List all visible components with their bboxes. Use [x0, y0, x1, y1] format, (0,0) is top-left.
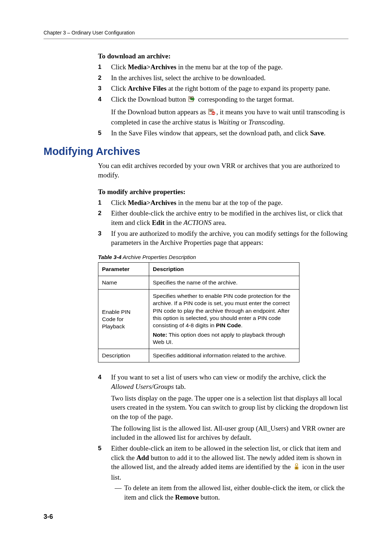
header-rule [44, 38, 348, 39]
section-modifying-archives: Modifying Archives [44, 145, 348, 157]
page-number: 3-6 [44, 513, 53, 521]
lock-user-icon [293, 463, 300, 473]
svg-rect-4 [209, 110, 212, 111]
svg-rect-7 [212, 113, 215, 114]
modify-step-4: If you want to set a list of users who c… [98, 373, 348, 442]
download-arrow-icon [188, 96, 196, 105]
download-step-5: In the Save Files window that appears, s… [98, 128, 348, 138]
svg-rect-5 [209, 111, 212, 112]
table-caption: Table 3-4 Archive Properties Description [98, 254, 348, 260]
download-steps: Click Media>Archives in the menu bar at … [98, 62, 348, 138]
modify-steps: Click Media>Archives in the menu bar at … [98, 198, 348, 247]
modify-intro: You can edit archives recorded by your o… [98, 161, 348, 180]
download-step-3: Click Archive Files at the right bottom … [98, 84, 348, 93]
modify-steps-cont: If you want to set a list of users who c… [98, 373, 348, 502]
svg-rect-10 [296, 467, 297, 469]
table-row: Enable PIN Code for Playback Specifies w… [98, 290, 299, 349]
table-header-row: Parameter Description [98, 262, 299, 276]
table-row: Name Specifies the name of the archive. [98, 276, 299, 290]
download-step-1: Click Media>Archives in the menu bar at … [98, 62, 348, 72]
download-step-4: Click the Download button corresponding … [98, 95, 348, 127]
chapter-header: Chapter 3 – Ordinary User Configuration [44, 30, 348, 36]
download-wait-icon [208, 108, 216, 118]
download-step-2: In the archives list, select the archive… [98, 73, 348, 83]
col-description: Description [149, 262, 299, 276]
svg-point-8 [295, 464, 297, 466]
svg-rect-1 [189, 97, 192, 98]
modify-step-5: Either double-click an item to be allowe… [98, 444, 348, 502]
modify-step-3: If you are authorized to modify the arch… [98, 229, 348, 247]
table-row: Description Specifies additional informa… [98, 349, 299, 362]
modify-proc-title: To modify archive properties: [98, 188, 348, 196]
modify-step-5-substep: To delete an item from the allowed list,… [111, 483, 348, 502]
modify-step-1: Click Media>Archives in the menu bar at … [98, 198, 348, 208]
download-proc-title: To download an archive: [98, 52, 348, 60]
modify-step-2: Either double-click the archive entry to… [98, 209, 348, 227]
col-parameter: Parameter [98, 262, 149, 276]
archive-properties-table: Parameter Description Name Specifies the… [98, 262, 299, 362]
